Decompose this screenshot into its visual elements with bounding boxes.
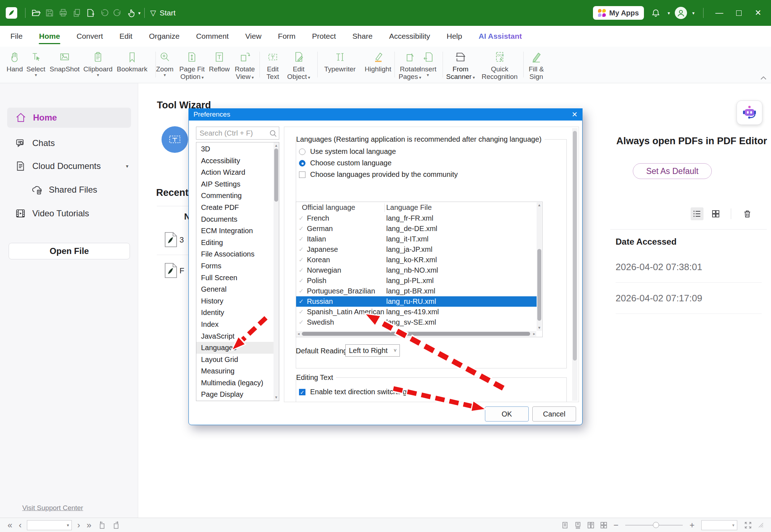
- category-item[interactable]: Index: [196, 319, 279, 330]
- touch-mode-caret-icon[interactable]: ▾: [138, 10, 141, 16]
- official-language-column[interactable]: Official language: [302, 203, 355, 212]
- dropdown-caret-icon[interactable]: ▾: [164, 73, 166, 77]
- reflow-button[interactable]: Reflow: [207, 47, 232, 83]
- single-page-view-button[interactable]: [559, 522, 571, 529]
- language-row[interactable]: ✓ French lang_fr-FR.xml: [296, 213, 537, 223]
- grid-view-toggle[interactable]: [709, 207, 722, 220]
- radio-custom-language[interactable]: Choose custom language: [299, 159, 392, 167]
- rotate-left-button[interactable]: [95, 521, 109, 529]
- menu-item[interactable]: Help: [438, 26, 470, 47]
- hand-tool-button[interactable]: Hand: [3, 47, 26, 83]
- category-item[interactable]: Accessibility: [196, 155, 279, 167]
- edit-text-tool-tile[interactable]: [162, 126, 188, 153]
- menu-item[interactable]: AI Assistant: [470, 26, 530, 47]
- category-item[interactable]: Layout Grid: [196, 354, 279, 366]
- category-item[interactable]: History: [196, 295, 279, 307]
- category-item[interactable]: Page Display: [196, 389, 279, 400]
- language-row[interactable]: ✓ Swedish lang_sv-SE.xml: [296, 317, 537, 328]
- page-number-box[interactable]: ▾: [27, 520, 72, 530]
- list-view-toggle[interactable]: [691, 207, 704, 220]
- open-file-icon[interactable]: [29, 6, 43, 20]
- category-item[interactable]: Create PDF: [196, 202, 279, 213]
- first-page-button[interactable]: «: [4, 520, 15, 530]
- resize-grip-icon[interactable]: [755, 522, 767, 528]
- menu-item[interactable]: Form: [270, 26, 304, 47]
- sidebar-item-home[interactable]: Home: [15, 112, 57, 123]
- scroll-up-icon[interactable]: ▲: [274, 143, 279, 148]
- category-item[interactable]: Commenting: [196, 190, 279, 202]
- select-tool-button[interactable]: Select ▾: [24, 47, 47, 83]
- scrollbar-thumb[interactable]: [573, 131, 577, 361]
- maximize-button[interactable]: [732, 10, 746, 16]
- menu-item[interactable]: Organize: [141, 26, 188, 47]
- two-page-continuous-view-button[interactable]: [597, 522, 610, 529]
- collapse-ribbon-icon[interactable]: [760, 76, 767, 80]
- dropdown-caret-icon[interactable]: ▾: [201, 75, 204, 80]
- scroll-down-icon[interactable]: ▼: [274, 395, 279, 400]
- checkbox-community-languages[interactable]: Choose languages provided by the communi…: [299, 170, 458, 179]
- zoom-slider[interactable]: [625, 522, 683, 528]
- typewriter-button[interactable]: Typewriter: [320, 47, 360, 83]
- category-item[interactable]: JavaScript: [196, 330, 279, 342]
- expand-caret-icon[interactable]: ▾: [126, 163, 128, 169]
- from-scanner-button[interactable]: From Scanner▾: [444, 47, 477, 83]
- date-accessed-cell[interactable]: 2026-04-02 07:38:01: [616, 251, 762, 283]
- language-row[interactable]: ✓ Polish lang_pl-PL.xml: [296, 276, 537, 286]
- language-row[interactable]: ✓ Russian lang_ru-RU.xml: [296, 296, 537, 307]
- scrollbar-thumb[interactable]: [274, 149, 278, 202]
- rotate-view-button[interactable]: Rotate View▾: [232, 47, 257, 83]
- notifications-caret-icon[interactable]: ▾: [668, 10, 670, 16]
- menu-item[interactable]: Protect: [304, 26, 344, 47]
- ai-assistant-floating-button[interactable]: [737, 100, 762, 125]
- support-center-link[interactable]: Visit Support Center: [22, 504, 83, 512]
- menu-item[interactable]: Accessibility: [381, 26, 438, 47]
- zoom-level-box[interactable]: ▾: [701, 520, 737, 530]
- two-page-view-button[interactable]: [584, 522, 597, 529]
- category-item[interactable]: AIP Settings: [196, 178, 279, 190]
- recent-file-name-partial[interactable]: F: [179, 266, 184, 276]
- dropdown-caret-icon[interactable]: ▾: [473, 75, 475, 80]
- sidebar-item-shared-files[interactable]: Shared Files: [31, 184, 97, 195]
- zoom-button[interactable]: Zoom ▾: [154, 47, 176, 83]
- quick-recognition-button[interactable]: OCR Quick Recognition: [478, 47, 521, 83]
- notifications-bell-icon[interactable]: [649, 6, 663, 20]
- scrollbar-thumb[interactable]: [537, 249, 541, 321]
- dropdown-caret-icon[interactable]: ▾: [35, 73, 37, 77]
- copy-icon[interactable]: [70, 6, 84, 20]
- language-row[interactable]: ✓ Spanish_Latin American lang_es-419.xml: [296, 307, 537, 317]
- language-row[interactable]: ✓ German lang_de-DE.xml: [296, 223, 537, 234]
- slider-thumb[interactable]: [653, 522, 659, 528]
- scroll-left-icon[interactable]: ◂: [298, 331, 300, 336]
- category-item[interactable]: Measuring: [196, 365, 279, 377]
- scroll-up-icon[interactable]: ▲: [537, 203, 542, 208]
- scrollbar-thumb[interactable]: [302, 332, 530, 336]
- category-item[interactable]: ECM Integration: [196, 225, 279, 237]
- dialog-close-button[interactable]: ✕: [567, 110, 583, 119]
- reading-direction-dropdown[interactable]: Left to Right ˅: [345, 344, 400, 357]
- sidebar-item-video-tutorials[interactable]: Video Tutorials: [15, 208, 89, 219]
- category-item[interactable]: Full Screen: [196, 272, 279, 284]
- category-item[interactable]: File Associations: [196, 248, 279, 260]
- recent-file-name-partial[interactable]: 3: [179, 235, 184, 245]
- dropdown-caret-icon[interactable]: ▾: [252, 75, 254, 80]
- menu-item[interactable]: Edit: [111, 26, 141, 47]
- dialog-title-bar[interactable]: Preferences ✕: [188, 108, 583, 121]
- menu-item[interactable]: View: [237, 26, 270, 47]
- table-horizontal-scrollbar[interactable]: ◂ ▸: [296, 331, 536, 336]
- language-row[interactable]: ✓ Italian lang_it-IT.xml: [296, 234, 537, 244]
- dropdown-caret-icon[interactable]: ▾: [427, 73, 429, 77]
- scroll-down-icon[interactable]: ▼: [537, 325, 542, 330]
- checkbox-text-direction[interactable]: ✓ Enable text direction switching: [299, 388, 407, 396]
- minimize-button[interactable]: —: [712, 8, 726, 18]
- touch-mode-icon[interactable]: [125, 6, 138, 20]
- cancel-button[interactable]: Cancel: [532, 406, 576, 422]
- category-item[interactable]: Action Wizard: [196, 166, 279, 178]
- category-item[interactable]: Documents: [196, 213, 279, 225]
- previous-page-button[interactable]: ‹: [15, 520, 25, 530]
- pdf-file-icon[interactable]: [164, 263, 178, 278]
- delete-recent-button[interactable]: [741, 207, 754, 220]
- menu-item[interactable]: File: [2, 26, 31, 47]
- pdf-file-icon[interactable]: [164, 232, 178, 248]
- save-icon[interactable]: [43, 6, 56, 20]
- preferences-search-input[interactable]: [196, 127, 279, 140]
